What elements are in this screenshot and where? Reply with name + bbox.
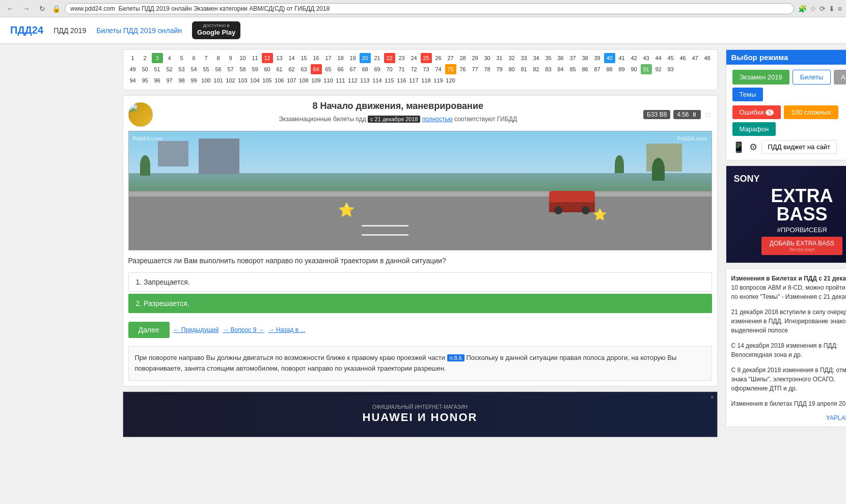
mode-btn-errors[interactable]: Ошибки 5 bbox=[732, 105, 781, 119]
num-52[interactable]: 52 bbox=[164, 64, 175, 74]
num-100[interactable]: 100 bbox=[201, 75, 212, 86]
num-83[interactable]: 83 bbox=[543, 64, 554, 74]
download-icon[interactable]: ⬇ bbox=[829, 5, 835, 13]
num-15[interactable]: 15 bbox=[298, 53, 310, 63]
num-3[interactable]: 3 bbox=[152, 53, 163, 63]
num-74[interactable]: 74 bbox=[433, 64, 444, 74]
num-106[interactable]: 106 bbox=[274, 75, 285, 86]
num-70[interactable]: 70 bbox=[384, 64, 395, 74]
num-32[interactable]: 32 bbox=[506, 53, 517, 63]
num-34[interactable]: 34 bbox=[531, 53, 542, 63]
num-98[interactable]: 98 bbox=[176, 75, 187, 86]
pause-icon[interactable]: ⏸ bbox=[691, 111, 697, 118]
num-88[interactable]: 88 bbox=[604, 64, 615, 74]
num-115[interactable]: 115 bbox=[384, 75, 395, 86]
num-10[interactable]: 10 bbox=[237, 53, 249, 63]
num-108[interactable]: 108 bbox=[298, 75, 310, 86]
num-55[interactable]: 55 bbox=[201, 64, 212, 74]
num-35[interactable]: 35 bbox=[543, 53, 554, 63]
num-48[interactable]: 48 bbox=[702, 53, 713, 63]
num-39[interactable]: 39 bbox=[592, 53, 603, 63]
num-61[interactable]: 61 bbox=[274, 64, 285, 74]
num-81[interactable]: 81 bbox=[518, 64, 530, 74]
num-6[interactable]: 6 bbox=[188, 53, 200, 63]
forward-button[interactable]: → bbox=[20, 4, 33, 14]
num-63[interactable]: 63 bbox=[298, 64, 310, 74]
bookmark-icon[interactable]: ☆ bbox=[810, 5, 816, 13]
num-91[interactable]: 91 bbox=[641, 64, 652, 74]
num-110[interactable]: 110 bbox=[323, 75, 334, 86]
num-102[interactable]: 102 bbox=[225, 75, 236, 86]
num-14[interactable]: 14 bbox=[286, 53, 297, 63]
num-21[interactable]: 21 bbox=[372, 53, 383, 63]
num-79[interactable]: 79 bbox=[494, 64, 505, 74]
nav-link-tickets[interactable]: Билеты ПДД 2019 онлайн bbox=[96, 26, 182, 35]
num-94[interactable]: 94 bbox=[127, 75, 139, 86]
num-119[interactable]: 119 bbox=[433, 75, 444, 86]
back-button[interactable]: ← bbox=[4, 4, 16, 14]
num-33[interactable]: 33 bbox=[518, 53, 530, 63]
num-90[interactable]: 90 bbox=[629, 64, 640, 74]
reload-button[interactable]: ↻ bbox=[37, 4, 48, 14]
num-86[interactable]: 86 bbox=[580, 64, 591, 74]
menu-icon[interactable]: ≡ bbox=[838, 5, 842, 13]
num-117[interactable]: 117 bbox=[408, 75, 420, 86]
num-37[interactable]: 37 bbox=[567, 53, 579, 63]
num-43[interactable]: 43 bbox=[641, 53, 652, 63]
num-76[interactable]: 76 bbox=[457, 64, 469, 74]
num-19[interactable]: 19 bbox=[347, 53, 359, 63]
num-46[interactable]: 46 bbox=[677, 53, 689, 63]
add-bass-button[interactable]: ДОБАВЬ EXTRA BASS Экстра Баус bbox=[761, 237, 842, 255]
num-2[interactable]: 2 bbox=[140, 53, 151, 63]
num-49[interactable]: 49 bbox=[127, 64, 139, 74]
gear-icon[interactable]: ⚙ bbox=[749, 142, 757, 153]
num-16[interactable]: 16 bbox=[311, 53, 322, 63]
num-58[interactable]: 58 bbox=[237, 64, 249, 74]
num-1[interactable]: 1 bbox=[127, 53, 139, 63]
num-118[interactable]: 118 bbox=[421, 75, 432, 86]
num-95[interactable]: 95 bbox=[140, 75, 151, 86]
num-22[interactable]: 22 bbox=[384, 53, 395, 63]
num-80[interactable]: 80 bbox=[506, 64, 517, 74]
nav-link-pdd2019[interactable]: ПДД 2019 bbox=[53, 26, 86, 35]
num-109[interactable]: 109 bbox=[311, 75, 322, 86]
num-73[interactable]: 73 bbox=[421, 64, 432, 74]
num-9[interactable]: 9 bbox=[225, 53, 236, 63]
google-play-button[interactable]: ДОСТУПНО В Google Play bbox=[192, 21, 240, 39]
num-59[interactable]: 59 bbox=[250, 64, 261, 74]
num-92[interactable]: 92 bbox=[653, 64, 664, 74]
num-111[interactable]: 111 bbox=[335, 75, 346, 86]
num-40[interactable]: 40 bbox=[604, 53, 615, 63]
num-5[interactable]: 5 bbox=[176, 53, 187, 63]
num-18[interactable]: 18 bbox=[335, 53, 346, 63]
num-113[interactable]: 113 bbox=[360, 75, 371, 86]
extensions-icon[interactable]: 🧩 bbox=[798, 5, 807, 13]
num-20[interactable]: 20 bbox=[360, 53, 371, 63]
num-44[interactable]: 44 bbox=[653, 53, 664, 63]
num-78[interactable]: 78 bbox=[482, 64, 493, 74]
prev-question-link[interactable]: ← Предыдущий bbox=[174, 326, 219, 333]
num-84[interactable]: 84 bbox=[555, 64, 566, 74]
num-27[interactable]: 27 bbox=[445, 53, 456, 63]
num-68[interactable]: 68 bbox=[360, 64, 371, 74]
num-71[interactable]: 71 bbox=[396, 64, 407, 74]
num-41[interactable]: 41 bbox=[616, 53, 627, 63]
num-65[interactable]: 65 bbox=[323, 64, 334, 74]
mode-btn-avm[interactable]: АВМ bbox=[834, 70, 846, 85]
mode-btn-tickets[interactable]: Билеты bbox=[793, 70, 831, 85]
sync-icon[interactable]: ⟳ bbox=[820, 5, 826, 13]
num-62[interactable]: 62 bbox=[286, 64, 297, 74]
answer-option-1[interactable]: 1. Запрещается. bbox=[128, 272, 712, 292]
num-120[interactable]: 120 bbox=[445, 75, 456, 86]
num-96[interactable]: 96 bbox=[152, 75, 163, 86]
all-questions-link[interactable]: → Назад в ... bbox=[268, 326, 306, 333]
num-13[interactable]: 13 bbox=[274, 53, 285, 63]
num-24[interactable]: 24 bbox=[408, 53, 420, 63]
num-23[interactable]: 23 bbox=[396, 53, 407, 63]
num-87[interactable]: 87 bbox=[592, 64, 603, 74]
favorite-star-icon[interactable]: ☆ bbox=[704, 109, 712, 120]
num-7[interactable]: 7 bbox=[201, 53, 212, 63]
num-112[interactable]: 112 bbox=[347, 75, 359, 86]
num-28[interactable]: 28 bbox=[457, 53, 469, 63]
num-29[interactable]: 29 bbox=[470, 53, 481, 63]
